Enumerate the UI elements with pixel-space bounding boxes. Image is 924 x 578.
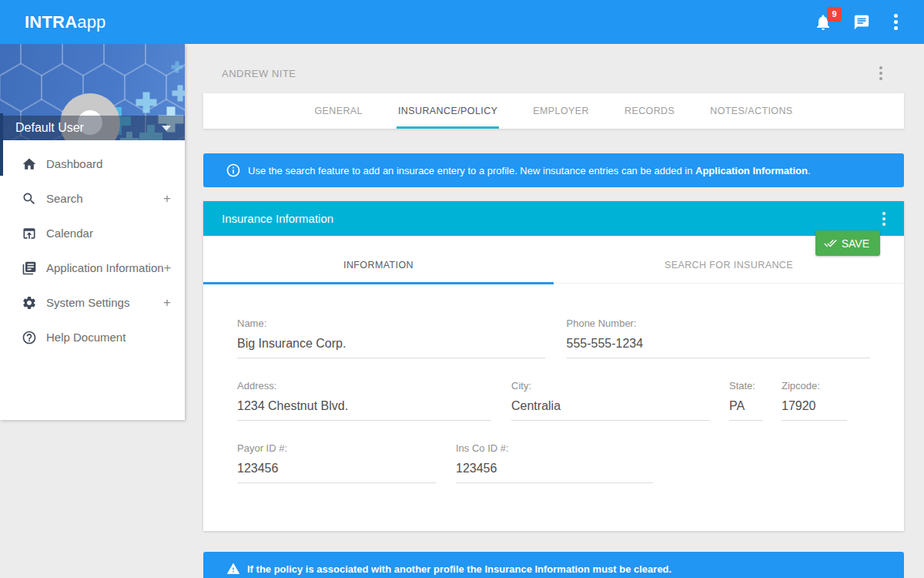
- payor-id-input[interactable]: [237, 462, 436, 483]
- insurance-panel-header: Insurance Information: [203, 201, 904, 236]
- tab-information[interactable]: INFORMATION: [203, 236, 554, 283]
- sidebar-item-application-information[interactable]: Application Information +: [0, 250, 185, 285]
- app-logo[interactable]: INTRAapp: [25, 12, 106, 32]
- info-banner-text: Use the search feature to add an insurac…: [248, 165, 811, 176]
- address-input[interactable]: [237, 399, 491, 421]
- notification-badge: 9: [827, 7, 842, 22]
- tab-records[interactable]: RECORDS: [623, 93, 676, 129]
- sidebar-item-label: System Settings: [46, 296, 129, 309]
- chat-icon: [853, 14, 870, 31]
- main-content: ANDREW NITE GENERAL INSURANCE/POLICY EMP…: [185, 44, 924, 578]
- name-label: Name:: [237, 318, 545, 329]
- profile-header: ANDREW NITE: [203, 44, 904, 93]
- sidebar: Default User Dashboard Search + Calendar…: [0, 44, 185, 420]
- sidebar-item-label: Help Document: [46, 331, 126, 344]
- done-all-icon: [824, 237, 837, 250]
- payor-id-label: Payor ID #:: [237, 442, 436, 454]
- state-field: State:: [729, 380, 763, 421]
- address-field: Address:: [237, 380, 491, 421]
- tab-general[interactable]: GENERAL: [313, 93, 364, 129]
- city-input[interactable]: [511, 399, 710, 421]
- tab-notes-actions[interactable]: NOTES/ACTIONS: [708, 93, 794, 129]
- phone-input[interactable]: [567, 337, 871, 358]
- panel-body: INFORMATION SEARCH FOR INSURANCE Name: P…: [203, 236, 904, 531]
- ins-co-id-label: Ins Co ID #:: [456, 442, 653, 454]
- save-button-label: SAVE: [842, 237, 869, 250]
- phone-label: Phone Number:: [567, 318, 871, 329]
- expand-plus-icon[interactable]: +: [163, 295, 171, 311]
- sidebar-item-label: Search: [46, 192, 83, 205]
- question-circle-icon: [22, 330, 37, 345]
- open-in-browser-icon: [22, 226, 37, 241]
- notifications-button[interactable]: 9: [814, 13, 832, 32]
- tab-employer[interactable]: EMPLOYER: [531, 93, 591, 129]
- address-label: Address:: [237, 380, 491, 391]
- city-field: City:: [511, 380, 710, 421]
- brand-bold: INTRA: [25, 12, 77, 32]
- sidebar-item-label: Application Information: [46, 261, 164, 274]
- city-label: City:: [511, 380, 710, 391]
- profile-name: ANDREW NITE: [222, 68, 296, 79]
- sidebar-profile: Default User: [0, 44, 185, 140]
- top-header: INTRAapp 9: [0, 0, 924, 44]
- sidebar-item-calendar[interactable]: Calendar: [0, 216, 185, 250]
- zipcode-label: Zipcode:: [782, 380, 847, 391]
- messages-button[interactable]: [853, 14, 870, 31]
- user-menu[interactable]: Default User: [0, 116, 185, 140]
- zipcode-input[interactable]: [782, 399, 847, 421]
- ins-co-id-field: Ins Co ID #:: [456, 442, 653, 483]
- warning-banner-text: If the policy is associated with another…: [247, 563, 671, 575]
- sidebar-item-label: Calendar: [46, 227, 93, 240]
- header-menu-button[interactable]: [891, 11, 901, 33]
- state-label: State:: [729, 380, 763, 391]
- phone-field: Phone Number:: [567, 318, 871, 358]
- insurance-form: Name: Phone Number: Address: City:: [203, 284, 904, 483]
- warning-triangle-icon: [226, 562, 240, 576]
- sidebar-item-help-document[interactable]: Help Document: [0, 320, 185, 355]
- expand-plus-icon[interactable]: +: [163, 191, 171, 207]
- sidebar-item-dashboard[interactable]: Dashboard: [0, 146, 185, 181]
- profile-tabs: GENERAL INSURANCE/POLICY EMPLOYER RECORD…: [203, 93, 904, 129]
- sidebar-item-system-settings[interactable]: System Settings +: [0, 285, 185, 320]
- sidebar-item-label: Dashboard: [46, 157, 102, 170]
- user-name: Default User: [15, 121, 84, 135]
- policy-warning-banner: If the policy is associated with another…: [203, 552, 904, 578]
- sidebar-nav: Dashboard Search + Calendar Application …: [0, 140, 185, 420]
- zipcode-field: Zipcode:: [782, 380, 847, 421]
- profile-menu-button[interactable]: [876, 63, 886, 83]
- brand-light: app: [77, 12, 105, 32]
- save-button[interactable]: SAVE: [815, 230, 880, 256]
- header-actions: 9: [814, 11, 901, 33]
- state-input[interactable]: [729, 399, 763, 421]
- gear-icon: [22, 295, 37, 311]
- info-icon: [226, 163, 241, 178]
- ins-co-id-input[interactable]: [456, 462, 653, 483]
- library-books-icon: [22, 260, 37, 276]
- insurance-subtabs: INFORMATION SEARCH FOR INSURANCE: [203, 236, 904, 284]
- name-input[interactable]: [237, 337, 545, 358]
- expand-plus-icon[interactable]: +: [164, 260, 172, 276]
- panel-title: Insurance Information: [222, 212, 333, 225]
- panel-menu-button[interactable]: [879, 209, 889, 229]
- payor-id-field: Payor ID #:: [237, 442, 436, 483]
- sidebar-item-search[interactable]: Search +: [0, 181, 185, 216]
- tab-insurance-policy[interactable]: INSURANCE/POLICY: [397, 93, 499, 129]
- info-banner: Use the search feature to add an insurac…: [203, 153, 904, 187]
- active-item-indicator: [0, 113, 3, 176]
- search-icon: [22, 191, 37, 207]
- home-icon: [22, 156, 37, 172]
- insurance-information-panel: Insurance Information SAVE INFORMATION S…: [203, 201, 904, 531]
- name-field: Name:: [237, 318, 545, 358]
- chevron-down-icon: [162, 126, 171, 131]
